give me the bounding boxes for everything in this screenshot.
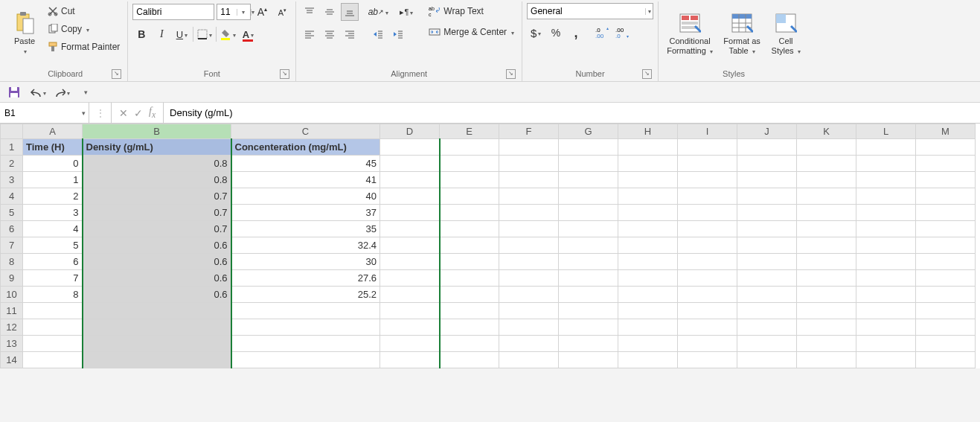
cell-J5[interactable] [737, 205, 797, 221]
align-right-button[interactable] [341, 25, 359, 43]
format-painter-button[interactable]: Format Painter [45, 39, 123, 55]
cell-D6[interactable] [380, 221, 440, 237]
cell-J2[interactable] [737, 156, 797, 172]
cell-C7[interactable]: 32.4 [231, 237, 380, 254]
cell-I6[interactable] [678, 221, 737, 237]
comma-button[interactable]: , [567, 24, 585, 42]
cell-D9[interactable] [380, 270, 440, 287]
cell-G1[interactable] [559, 139, 618, 156]
cell-K4[interactable] [797, 188, 856, 205]
row-head-2[interactable]: 2 [1, 156, 23, 172]
cell-G5[interactable] [559, 205, 618, 221]
cell-D14[interactable] [380, 352, 440, 368]
cell-A5[interactable]: 3 [23, 205, 83, 221]
cell-G8[interactable] [559, 254, 618, 270]
align-middle-button[interactable] [321, 3, 339, 21]
align-top-button[interactable] [301, 3, 318, 21]
cell-G6[interactable] [559, 221, 618, 237]
row-head-1[interactable]: 1 [1, 139, 23, 156]
cell-L4[interactable] [856, 188, 916, 205]
cell-F7[interactable] [499, 237, 559, 254]
cell-L12[interactable] [856, 319, 916, 336]
cell-C5[interactable]: 37 [231, 205, 380, 221]
cell-J12[interactable] [737, 319, 797, 336]
cell-K7[interactable] [797, 237, 856, 254]
cell-A4[interactable]: 2 [23, 188, 83, 205]
cell-E9[interactable] [440, 270, 499, 287]
row-head-3[interactable]: 3 [1, 172, 23, 188]
col-head-D[interactable]: D [380, 124, 440, 139]
cell-B8[interactable]: 0.6 [83, 254, 231, 270]
conditional-formatting-button[interactable]: Conditional Formatting [663, 3, 717, 64]
number-format-combo[interactable]: ▾ [527, 3, 653, 19]
cell-A6[interactable]: 4 [23, 221, 83, 237]
font-name-combo[interactable]: ▾ [132, 4, 214, 20]
font-size-combo[interactable]: ▾ [217, 4, 251, 20]
cell-H6[interactable] [618, 221, 678, 237]
cell-G12[interactable] [559, 319, 618, 336]
name-box[interactable]: ▾ [0, 103, 89, 123]
align-left-button[interactable] [301, 25, 318, 43]
cell-F1[interactable] [499, 139, 559, 156]
cell-F14[interactable] [499, 352, 559, 368]
cell-F6[interactable] [499, 221, 559, 237]
chevron-down-icon[interactable]: ▾ [237, 9, 249, 16]
cell-D10[interactable] [380, 287, 440, 303]
cell-J13[interactable] [737, 336, 797, 352]
cell-D13[interactable] [380, 336, 440, 352]
cell-J4[interactable] [737, 188, 797, 205]
row-head-7[interactable]: 7 [1, 237, 23, 254]
cell-M10[interactable] [916, 287, 976, 303]
cell-A12[interactable] [23, 319, 83, 336]
col-head-K[interactable]: K [797, 124, 856, 139]
cell-L5[interactable] [856, 205, 916, 221]
cell-D12[interactable] [380, 319, 440, 336]
row-head-12[interactable]: 12 [1, 319, 23, 336]
wrap-text-button[interactable]: abc Wrap Text [426, 3, 517, 19]
font-launcher[interactable]: ↘ [280, 69, 289, 79]
col-head-J[interactable]: J [737, 124, 797, 139]
cell-C10[interactable]: 25.2 [231, 287, 380, 303]
cell-F13[interactable] [499, 336, 559, 352]
cell-E8[interactable] [440, 254, 499, 270]
cell-E4[interactable] [440, 188, 499, 205]
row-head-10[interactable]: 10 [1, 287, 23, 303]
cell-K12[interactable] [797, 319, 856, 336]
font-size-input[interactable] [217, 4, 237, 19]
cell-A14[interactable] [23, 352, 83, 368]
cell-B12[interactable] [83, 319, 231, 336]
row-head-13[interactable]: 13 [1, 336, 23, 352]
chevron-down-icon[interactable]: ▾ [645, 8, 653, 15]
row-head-4[interactable]: 4 [1, 188, 23, 205]
cell-G2[interactable] [559, 156, 618, 172]
cell-J1[interactable] [737, 139, 797, 156]
cell-M9[interactable] [916, 270, 976, 287]
cell-L9[interactable] [856, 270, 916, 287]
cell-C14[interactable] [231, 352, 380, 368]
cell-D8[interactable] [380, 254, 440, 270]
cell-I1[interactable] [678, 139, 737, 156]
cell-E6[interactable] [440, 221, 499, 237]
cell-I10[interactable] [678, 287, 737, 303]
cell-B1[interactable]: Density (g/mL) [83, 139, 231, 156]
cell-E13[interactable] [440, 336, 499, 352]
cell-L10[interactable] [856, 287, 916, 303]
cell-H5[interactable] [618, 205, 678, 221]
cell-A11[interactable] [23, 303, 83, 319]
cell-I7[interactable] [678, 237, 737, 254]
row-head-14[interactable]: 14 [1, 352, 23, 368]
cell-E3[interactable] [440, 172, 499, 188]
cell-styles-button[interactable]: Cell Styles [767, 3, 804, 64]
cell-H10[interactable] [618, 287, 678, 303]
cell-K6[interactable] [797, 221, 856, 237]
cell-D3[interactable] [380, 172, 440, 188]
col-head-M[interactable]: M [916, 124, 976, 139]
paste-button[interactable]: Paste [7, 3, 42, 64]
save-button[interactable] [6, 84, 22, 100]
cell-F9[interactable] [499, 270, 559, 287]
cell-B13[interactable] [83, 336, 231, 352]
cut-button[interactable]: Cut [45, 3, 123, 19]
cell-B3[interactable]: 0.8 [83, 172, 231, 188]
increase-decimal-button[interactable]: .0.00 [594, 24, 612, 42]
cell-H14[interactable] [618, 352, 678, 368]
